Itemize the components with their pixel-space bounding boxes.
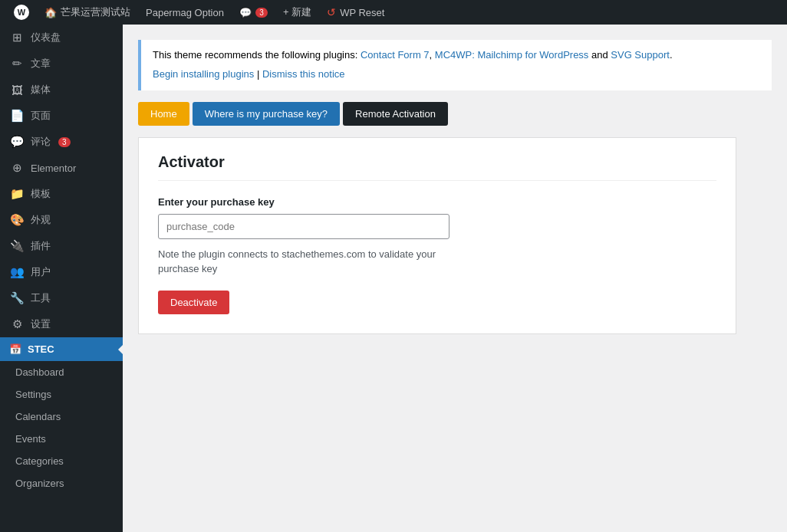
adminbar-wp-logo[interactable]: W — [6, 0, 37, 25]
stec-organizers-label: Organizers — [15, 478, 64, 489]
templates-icon: 📁 — [9, 187, 25, 201]
sidebar-item-label: 文章 — [31, 57, 51, 71]
sidebar-item-appearance[interactable]: 🎨 外观 — [0, 207, 123, 233]
adminbar-comments[interactable]: 💬 3 — [232, 0, 275, 25]
install-plugins-link[interactable]: Begin installing plugins — [153, 68, 254, 80]
appearance-icon: 🎨 — [9, 213, 25, 227]
sidebar-item-label: 用户 — [31, 265, 51, 279]
tab-remote-activation[interactable]: Remote Activation — [343, 102, 448, 126]
tab-home[interactable]: Home — [138, 102, 189, 126]
comments-icon: 💬 — [239, 7, 252, 18]
sidebar-item-comments[interactable]: 💬 评论 3 — [0, 129, 123, 155]
sidebar-item-plugins[interactable]: 🔌 插件 — [0, 233, 123, 259]
stec-events-label: Events — [15, 433, 46, 445]
activator-note: Note the plugin connects to stachethemes… — [158, 247, 716, 277]
adminbar-wp-reset[interactable]: ↺ WP Reset — [319, 0, 392, 25]
sidebar-item-users[interactable]: 👥 用户 — [0, 259, 123, 285]
sidebar-item-label: 仪表盘 — [31, 31, 61, 44]
elementor-icon: ⊕ — [9, 161, 25, 175]
plugin1-link[interactable]: Contact Form 7 — [361, 49, 430, 61]
sidebar-item-label: 评论 — [31, 135, 51, 149]
sidebar-item-stec[interactable]: 📅 STEC — [0, 337, 123, 361]
notice-pipe: | — [257, 68, 262, 80]
tab-purchase-key[interactable]: Where is my purchase key? — [193, 102, 340, 126]
stec-icon: 📅 — [9, 343, 21, 355]
plugins-icon: 🔌 — [9, 239, 25, 253]
tools-icon: 🔧 — [9, 291, 25, 305]
purchase-key-label: Enter your purchase key — [158, 196, 716, 208]
sidebar-item-elementor[interactable]: ⊕ Elementor — [0, 155, 123, 181]
users-icon: 👥 — [9, 265, 25, 279]
theme-notice: This theme recommends the following plug… — [138, 40, 772, 90]
notice-sep1: , — [430, 49, 435, 61]
sidebar-item-label: 外观 — [31, 213, 51, 227]
wp-reset-icon: ↺ — [327, 6, 336, 18]
stec-label: STEC — [28, 343, 54, 355]
admin-bar: W 🏠 芒果运营测试站 Papermag Option 💬 3 + 新建 ↺ W… — [0, 0, 787, 25]
sidebar-item-label: 工具 — [31, 291, 51, 305]
sidebar-item-label: 插件 — [31, 239, 51, 253]
sidebar-item-templates[interactable]: 📁 模板 — [0, 181, 123, 207]
notice-actions: Begin installing plugins | Dismiss this … — [153, 67, 760, 83]
wp-logo-icon: W — [14, 5, 29, 20]
notice-text-end: . — [670, 49, 673, 61]
sidebar: ⊞ 仪表盘 ✏ 文章 🖼 媒体 📄 页面 💬 评论 3 ⊕ Elementor … — [0, 25, 123, 532]
deactivate-button[interactable]: Deactivate — [158, 291, 229, 314]
sidebar-item-settings[interactable]: ⚙ 设置 — [0, 311, 123, 337]
posts-icon: ✏ — [9, 57, 25, 71]
sidebar-sub-calendars[interactable]: Calendars — [0, 406, 123, 428]
sidebar-item-posts[interactable]: ✏ 文章 — [0, 51, 123, 77]
sidebar-item-media[interactable]: 🖼 媒体 — [0, 77, 123, 103]
stec-settings-label: Settings — [15, 389, 51, 400]
comments-icon: 💬 — [9, 135, 25, 149]
sidebar-item-label: Elementor — [31, 163, 76, 174]
sidebar-item-label: 媒体 — [31, 83, 51, 97]
main-content: This theme recommends the following plug… — [123, 25, 787, 532]
sidebar-sub-organizers[interactable]: Organizers — [0, 472, 123, 494]
sidebar-item-dashboard[interactable]: ⊞ 仪表盘 — [0, 25, 123, 51]
stec-dashboard-label: Dashboard — [15, 366, 64, 378]
plugin3-link[interactable]: SVG Support — [611, 49, 670, 61]
sidebar-sub-categories[interactable]: Categories — [0, 450, 123, 472]
adminbar-site-name[interactable]: 🏠 芒果运营测试站 — [37, 0, 138, 25]
sidebar-item-label: 设置 — [31, 317, 51, 331]
media-icon: 🖼 — [9, 84, 25, 97]
stec-categories-label: Categories — [15, 455, 64, 467]
notice-text-and: and — [588, 49, 611, 61]
page-layout: ⊞ 仪表盘 ✏ 文章 🖼 媒体 📄 页面 💬 评论 3 ⊕ Elementor … — [0, 25, 787, 532]
stec-calendars-label: Calendars — [15, 411, 61, 422]
adminbar-new[interactable]: + 新建 — [275, 0, 319, 25]
sidebar-sub-settings[interactable]: Settings — [0, 383, 123, 406]
purchase-key-input[interactable] — [158, 214, 449, 239]
tabs-row: Home Where is my purchase key? Remote Ac… — [138, 102, 772, 126]
dashboard-icon: ⊞ — [9, 31, 25, 44]
comments-count-badge: 3 — [58, 137, 71, 147]
sidebar-item-tools[interactable]: 🔧 工具 — [0, 285, 123, 311]
sidebar-item-label: 模板 — [31, 187, 51, 201]
sidebar-sub-events[interactable]: Events — [0, 428, 123, 450]
sidebar-item-pages[interactable]: 📄 页面 — [0, 103, 123, 129]
plugin2-link[interactable]: MC4WP: Mailchimp for WordPress — [435, 49, 589, 61]
notice-text-before: This theme recommends the following plug… — [153, 49, 361, 61]
dismiss-notice-link[interactable]: Dismiss this notice — [262, 68, 345, 80]
settings-icon: ⚙ — [9, 317, 25, 331]
comments-badge: 3 — [255, 8, 268, 18]
sidebar-item-label: 页面 — [31, 109, 51, 123]
activator-title: Activator — [158, 153, 716, 181]
pages-icon: 📄 — [9, 109, 25, 123]
adminbar-papermag[interactable]: Papermag Option — [138, 0, 232, 25]
activator-card: Activator Enter your purchase key Note t… — [138, 137, 736, 334]
sidebar-sub-dashboard[interactable]: Dashboard — [0, 361, 123, 383]
